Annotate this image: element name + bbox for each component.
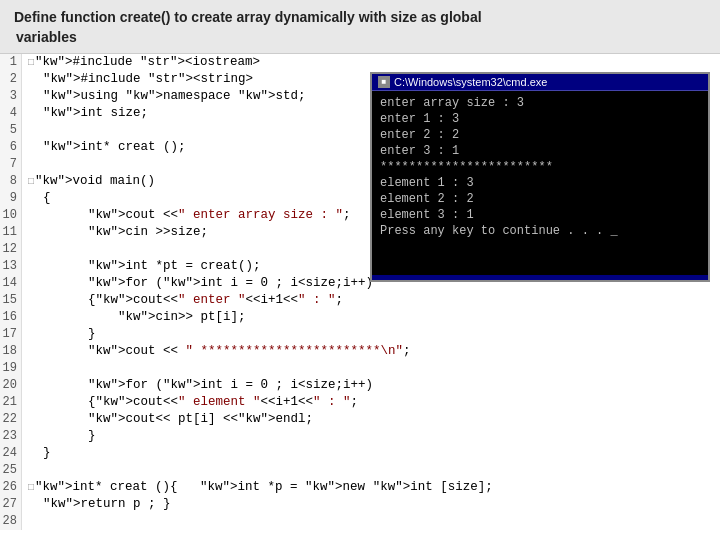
line-number: 13 [0, 258, 22, 275]
line-content: □"kw">void main() [22, 173, 155, 190]
cmd-output-line: enter 3 : 1 [380, 143, 700, 159]
code-line: 17 } [0, 326, 720, 343]
cmd-output-line: ************************ [380, 159, 700, 175]
cmd-output-line: enter 2 : 2 [380, 127, 700, 143]
line-number: 26 [0, 479, 22, 496]
code-line: 19 [0, 360, 720, 377]
cmd-output-line: enter 1 : 3 [380, 111, 700, 127]
cmd-titlebar: ■ C:\Windows\system32\cmd.exe [372, 74, 708, 91]
line-number: 3 [0, 88, 22, 105]
cmd-output-line: Press any key to continue . . . _ [380, 223, 700, 239]
code-line: 23 } [0, 428, 720, 445]
line-content: { [22, 190, 51, 207]
cmd-icon: ■ [378, 76, 390, 88]
collapse-icon[interactable]: □ [28, 176, 34, 187]
line-number: 19 [0, 360, 22, 377]
collapse-icon[interactable]: □ [28, 482, 34, 493]
line-content: "kw">cout << " ************************\… [22, 343, 411, 360]
code-line: 16 "kw">cin>> pt[i]; [0, 309, 720, 326]
line-number: 15 [0, 292, 22, 309]
line-content: "kw">#include "str"><string> [22, 71, 253, 88]
code-line: 21 {"kw">cout<<" element "<<i+1<<" : "; [0, 394, 720, 411]
code-line: 25 [0, 462, 720, 479]
code-line: 24 } [0, 445, 720, 462]
line-number: 25 [0, 462, 22, 479]
line-content: {"kw">cout<<" element "<<i+1<<" : "; [22, 394, 358, 411]
code-line: 18 "kw">cout << " **********************… [0, 343, 720, 360]
line-content: {"kw">cout<<" enter "<<i+1<<" : "; [22, 292, 343, 309]
line-number: 24 [0, 445, 22, 462]
code-line: 20 "kw">for ("kw">int i = 0 ; i<size;i++… [0, 377, 720, 394]
line-content: "kw">int* creat (); [22, 139, 186, 156]
collapse-icon[interactable]: □ [28, 57, 34, 68]
code-line: 1□"kw">#include "str"><iostream> [0, 54, 720, 71]
line-content: } [22, 445, 51, 462]
line-number: 10 [0, 207, 22, 224]
code-line: 28 [0, 513, 720, 530]
code-line: 26□"kw">int* creat (){ "kw">int *p = "kw… [0, 479, 720, 496]
line-number: 4 [0, 105, 22, 122]
line-content: "kw">cout <<" enter array size : "; [22, 207, 351, 224]
cmd-output-line: element 1 : 3 [380, 175, 700, 191]
line-number: 28 [0, 513, 22, 530]
code-line: 22 "kw">cout<< pt[i] <<"kw">endl; [0, 411, 720, 428]
cmd-window: ■ C:\Windows\system32\cmd.exe enter arra… [370, 72, 710, 282]
code-line: 15 {"kw">cout<<" enter "<<i+1<<" : "; [0, 292, 720, 309]
main-area: 1□"kw">#include "str"><iostream>2 "kw">#… [0, 54, 720, 540]
line-content: □"kw">#include "str"><iostream> [22, 54, 260, 71]
line-content: "kw">cin>> pt[i]; [22, 309, 246, 326]
cmd-body: enter array size : 3enter 1 : 3enter 2 :… [372, 91, 708, 275]
code-line: 27 "kw">return p ; } [0, 496, 720, 513]
cmd-title-text: C:\Windows\system32\cmd.exe [394, 76, 547, 88]
line-number: 11 [0, 224, 22, 241]
line-number: 14 [0, 275, 22, 292]
line-content: "kw">using "kw">namespace "kw">std; [22, 88, 306, 105]
line-number: 9 [0, 190, 22, 207]
line-content: "kw">cin >>size; [22, 224, 208, 241]
line-number: 18 [0, 343, 22, 360]
line-number: 5 [0, 122, 22, 139]
line-content: "kw">int size; [22, 105, 148, 122]
line-number: 6 [0, 139, 22, 156]
line-number: 12 [0, 241, 22, 258]
cmd-output-line: element 3 : 1 [380, 207, 700, 223]
header: Define function create() to create array… [0, 0, 720, 54]
line-content: "kw">int *pt = creat(); [22, 258, 261, 275]
header-title: Define function create() to create array… [14, 8, 706, 47]
line-number: 16 [0, 309, 22, 326]
cmd-output-line: enter array size : 3 [380, 95, 700, 111]
line-content: "kw">cout<< pt[i] <<"kw">endl; [22, 411, 313, 428]
line-content: } [22, 326, 96, 343]
line-content: "kw">for ("kw">int i = 0 ; i<size;i++) [22, 275, 373, 292]
cmd-output-line: element 2 : 2 [380, 191, 700, 207]
line-content: □"kw">int* creat (){ "kw">int *p = "kw">… [22, 479, 493, 496]
line-number: 21 [0, 394, 22, 411]
line-number: 2 [0, 71, 22, 88]
line-number: 23 [0, 428, 22, 445]
line-content: "kw">for ("kw">int i = 0 ; i<size;i++) [22, 377, 373, 394]
line-number: 27 [0, 496, 22, 513]
line-number: 8 [0, 173, 22, 190]
line-content: "kw">return p ; } [22, 496, 171, 513]
line-number: 17 [0, 326, 22, 343]
line-content: } [22, 428, 96, 445]
line-number: 22 [0, 411, 22, 428]
line-number: 7 [0, 156, 22, 173]
line-number: 1 [0, 54, 22, 71]
line-number: 20 [0, 377, 22, 394]
